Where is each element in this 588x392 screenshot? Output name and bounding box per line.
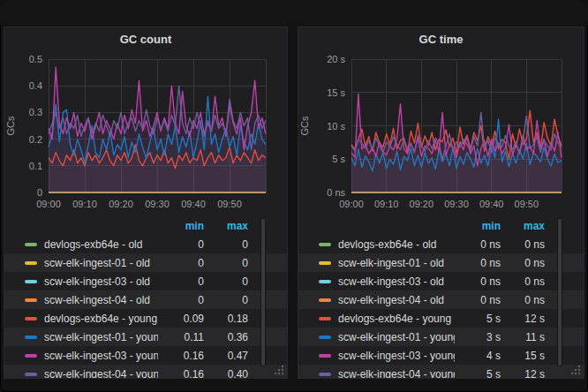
panel-title[interactable]: GC time	[298, 27, 584, 52]
series-min-value: 0 ns	[455, 238, 501, 251]
series-label[interactable]: scw-elk-ingest-01 - young	[338, 331, 455, 343]
series-min-value: 0 ns	[455, 275, 501, 288]
series-max-value: 0.18	[204, 313, 248, 325]
svg-text:5 s: 5 s	[332, 154, 345, 164]
series-color-swatch[interactable]	[25, 373, 37, 376]
series-max-value: 11 s	[501, 331, 545, 343]
series-color-swatch[interactable]	[25, 317, 37, 320]
series-max-value: 0 ns	[501, 275, 545, 288]
series-min-value: 0	[158, 238, 204, 251]
series-color-swatch[interactable]	[319, 317, 331, 320]
legend-sort-min[interactable]: min	[455, 220, 501, 232]
series-label[interactable]: scw-elk-ingest-03 - old	[44, 275, 158, 288]
series-max-value: 0 ns	[501, 257, 545, 269]
series-max-value: 12 s	[501, 313, 545, 325]
series-label[interactable]: scw-elk-ingest-04 - old	[44, 294, 158, 306]
legend-scrollbar[interactable]	[557, 218, 562, 366]
legend-table: min max devlogs-exb64e - old0 ns0 nsscw-…	[298, 217, 584, 378]
legend-sort-min[interactable]: min	[158, 220, 204, 232]
series-color-swatch[interactable]	[319, 280, 331, 283]
legend-scrollbar[interactable]	[260, 218, 266, 366]
svg-text:15 s: 15 s	[327, 87, 345, 98]
svg-text:0.1: 0.1	[29, 161, 42, 171]
series-min-value: 4 s	[455, 350, 501, 362]
series-max-value: 0	[204, 238, 248, 251]
legend-scrollbar-thumb[interactable]	[557, 218, 562, 366]
series-color-swatch[interactable]	[319, 261, 331, 265]
series-color-swatch[interactable]	[319, 373, 331, 376]
series-min-value: 0 ns	[455, 294, 501, 306]
legend-row: scw-elk-ingest-01 - young0.110.36	[4, 328, 287, 346]
series-label[interactable]: scw-elk-ingest-01 - old	[44, 257, 158, 269]
series-label[interactable]: scw-elk-ingest-04 - young	[338, 368, 455, 379]
svg-text:09:50: 09:50	[217, 199, 242, 209]
svg-text:0.5: 0.5	[29, 54, 42, 64]
series-max-value: 15 s	[501, 350, 545, 362]
legend-row: scw-elk-ingest-04 - young0.160.40	[4, 365, 287, 378]
panel-title[interactable]: GC count	[4, 27, 287, 52]
panel-resize-grip[interactable]	[273, 364, 284, 375]
legend-row: devlogs-exb64e - old0 ns0 ns	[298, 235, 584, 253]
legend-row: devlogs-exb64e - young0.090.18	[4, 309, 287, 328]
legend-row: scw-elk-ingest-03 - young0.160.47	[4, 346, 287, 365]
legend-table: min max devlogs-exb64e - old00scw-elk-in…	[4, 217, 287, 378]
svg-text:09:30: 09:30	[444, 199, 469, 209]
panel-gc-count: GC count 0.50.40.30.20.1009:0009:1009:20…	[4, 26, 288, 379]
svg-text:09:10: 09:10	[72, 199, 97, 209]
series-color-swatch[interactable]	[25, 243, 37, 246]
legend-row: scw-elk-ingest-01 - young3 s11 s	[298, 328, 584, 346]
series-label[interactable]: devlogs-exb64e - young	[338, 313, 455, 325]
svg-text:20 s: 20 s	[327, 54, 345, 64]
series-color-swatch[interactable]	[319, 298, 331, 302]
series-label[interactable]: devlogs-exb64e - old	[338, 238, 455, 251]
gc-time-chart[interactable]: 20 s15 s10 s5 s0 ns09:0009:1009:2009:300…	[298, 52, 584, 217]
series-min-value: 0.11	[158, 331, 204, 343]
svg-text:0 ns: 0 ns	[327, 187, 345, 198]
series-label[interactable]: devlogs-exb64e - old	[44, 238, 158, 251]
svg-text:09:50: 09:50	[515, 199, 539, 209]
grafana-dashboard: { "page": { "colors": { "background": "#…	[0, 0, 588, 392]
series-label[interactable]: devlogs-exb64e - young	[44, 313, 158, 325]
gc-count-chart[interactable]: 0.50.40.30.20.1009:0009:1009:2009:3009:4…	[4, 52, 287, 217]
series-max-value: 0 ns	[501, 238, 545, 251]
series-color-swatch[interactable]	[25, 280, 37, 283]
legend-sort-max[interactable]: max	[501, 220, 545, 232]
series-color-swatch[interactable]	[25, 335, 37, 339]
svg-text:09:00: 09:00	[36, 199, 61, 209]
svg-text:0.2: 0.2	[29, 134, 42, 145]
series-color-swatch[interactable]	[25, 261, 37, 265]
legend-scrollbar-thumb[interactable]	[260, 218, 266, 366]
svg-text:09:30: 09:30	[145, 199, 170, 209]
svg-text:0.4: 0.4	[29, 80, 42, 91]
legend-row: scw-elk-ingest-04 - old00	[4, 290, 287, 309]
legend-sort-max[interactable]: max	[204, 220, 248, 232]
legend-row: devlogs-exb64e - young5 s12 s	[298, 309, 584, 328]
series-color-swatch[interactable]	[319, 243, 331, 246]
legend-row: scw-elk-ingest-04 - young5 s12 s	[298, 365, 584, 378]
series-label[interactable]: scw-elk-ingest-01 - old	[338, 257, 455, 269]
panel-resize-grip[interactable]	[569, 364, 581, 375]
series-min-value: 3 s	[455, 331, 501, 343]
legend-row: scw-elk-ingest-03 - old0 ns0 ns	[298, 272, 584, 290]
series-color-swatch[interactable]	[319, 354, 331, 358]
series-max-value: 0	[204, 275, 248, 288]
series-label[interactable]: scw-elk-ingest-03 - young	[338, 350, 455, 362]
series-label[interactable]: scw-elk-ingest-01 - young	[44, 331, 158, 343]
series-label[interactable]: scw-elk-ingest-03 - young	[44, 350, 158, 362]
series-min-value: 5 s	[455, 313, 501, 325]
series-min-value: 0	[158, 275, 204, 288]
legend-rows: devlogs-exb64e - old00scw-elk-ingest-01 …	[4, 235, 287, 378]
series-max-value: 0	[204, 257, 248, 269]
series-max-value: 12 s	[501, 368, 545, 379]
series-color-swatch[interactable]	[319, 335, 331, 339]
series-label[interactable]: scw-elk-ingest-04 - young	[44, 368, 158, 379]
series-max-value: 0.40	[204, 368, 248, 379]
svg-text:09:00: 09:00	[339, 199, 364, 209]
series-color-swatch[interactable]	[25, 298, 37, 302]
legend-rows: devlogs-exb64e - old0 ns0 nsscw-elk-inge…	[298, 235, 584, 378]
series-label[interactable]: scw-elk-ingest-03 - old	[338, 275, 455, 288]
series-max-value: 0 ns	[501, 294, 545, 306]
series-color-swatch[interactable]	[25, 354, 37, 358]
top-bar	[0, 0, 588, 25]
series-label[interactable]: scw-elk-ingest-04 - old	[338, 294, 455, 306]
